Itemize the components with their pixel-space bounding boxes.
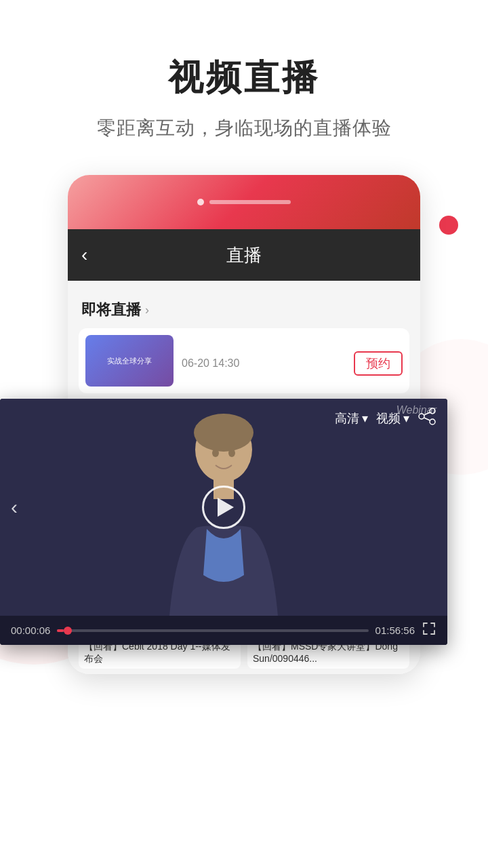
svg-point-7 xyxy=(194,414,253,452)
svg-point-10 xyxy=(228,449,235,457)
time-current: 00:00:06 xyxy=(11,625,50,636)
video-controls-top: 高清 ▾ 视频 ▾ xyxy=(335,407,436,430)
progress-track[interactable] xyxy=(57,629,368,632)
reserve-button[interactable]: 预约 xyxy=(354,351,403,376)
upcoming-label: 即将直播 xyxy=(81,300,141,320)
status-dot xyxy=(197,199,204,205)
progress-fill xyxy=(57,629,63,632)
video-player[interactable]: Webinar ‹ 高清 ▾ 视频 ▾ xyxy=(0,399,447,645)
play-icon xyxy=(218,498,234,517)
phone-top-bar xyxy=(68,175,420,229)
svg-point-9 xyxy=(212,449,219,457)
upcoming-card: 实战全球分享 06-20 14:30 预约 xyxy=(79,328,409,393)
header-section: 视频直播 零距离互动，身临现场的直播体验 xyxy=(0,0,488,161)
nav-title: 直播 xyxy=(226,243,262,267)
progress-thumb[interactable] xyxy=(64,627,72,635)
video-mode-button[interactable]: 视频 ▾ xyxy=(376,410,409,427)
upcoming-thumb-text: 实战全球分享 xyxy=(104,353,155,368)
play-button[interactable] xyxy=(202,486,245,529)
video-progress-bar[interactable]: 00:00:06 01:56:56 xyxy=(0,616,447,645)
svg-line-5 xyxy=(424,418,430,420)
status-bar xyxy=(209,200,291,204)
svg-point-1 xyxy=(430,408,435,414)
upcoming-thumbnail: 实战全球分享 xyxy=(85,335,174,387)
video-main-area: Webinar ‹ 高清 ▾ 视频 ▾ xyxy=(0,399,447,616)
upcoming-info: 06-20 14:30 预约 xyxy=(182,346,403,376)
svg-line-4 xyxy=(424,412,430,415)
fullscreen-icon[interactable] xyxy=(422,621,436,639)
svg-point-2 xyxy=(430,419,435,425)
upcoming-section-header: 即将直播 › xyxy=(81,300,407,320)
app-nav-bar: ‹ 直播 xyxy=(68,229,420,281)
nav-back-button[interactable]: ‹ xyxy=(81,244,87,266)
upcoming-time: 06-20 14:30 xyxy=(182,357,239,370)
svg-point-3 xyxy=(419,414,424,419)
app-content-top: 即将直播 › 实战全球分享 06-20 14:30 预约 xyxy=(68,281,420,404)
quality-button[interactable]: 高清 ▾ xyxy=(335,410,368,427)
main-title: 视频直播 xyxy=(27,54,461,102)
upcoming-arrow[interactable]: › xyxy=(145,303,149,317)
share-icon[interactable] xyxy=(418,407,436,430)
phone-mockup-wrapper: ‹ 直播 即将直播 › 实战全球分享 06-20 14:30 预约 xyxy=(0,175,488,674)
video-back-button[interactable]: ‹ xyxy=(11,496,18,519)
upcoming-meta: 06-20 14:30 预约 xyxy=(182,351,403,376)
time-total: 01:56:56 xyxy=(375,625,415,636)
subtitle: 零距离互动，身临现场的直播体验 xyxy=(27,115,461,141)
